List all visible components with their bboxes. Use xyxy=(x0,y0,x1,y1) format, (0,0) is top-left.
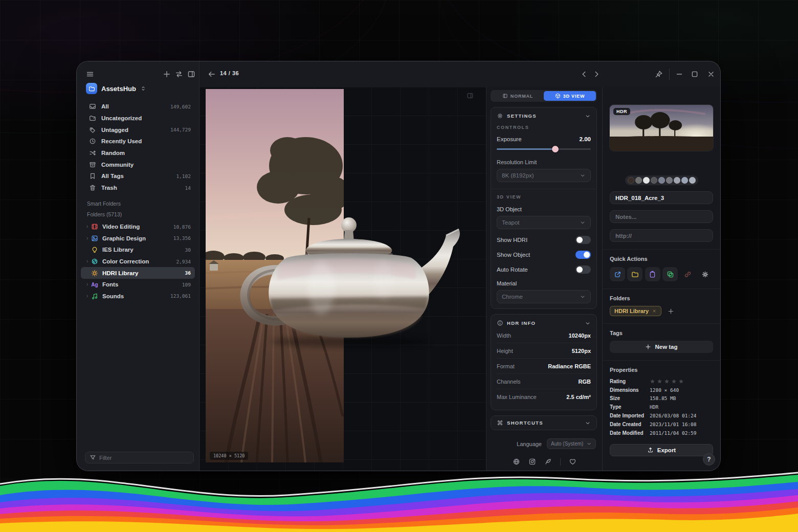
palette-swatch-4[interactable] xyxy=(651,177,657,184)
sort-swap-button[interactable] xyxy=(173,68,185,80)
star-icon[interactable] xyxy=(657,379,662,384)
feather-icon[interactable] xyxy=(544,458,552,465)
settings-header[interactable]: SETTINGS xyxy=(497,113,591,119)
sidebar-item-community[interactable]: Community xyxy=(81,159,195,170)
quick-action-open-external-button[interactable] xyxy=(610,267,625,281)
sidebar-item-random[interactable]: Random xyxy=(81,147,195,159)
minimize-button[interactable] xyxy=(673,68,685,80)
star-icon[interactable] xyxy=(678,379,684,384)
exposure-value: 2.00 xyxy=(580,136,591,142)
next-item-button[interactable] xyxy=(590,68,603,80)
palette-swatch-7[interactable] xyxy=(674,177,680,184)
hdr-info-header[interactable]: HDR INFO xyxy=(497,320,591,326)
slider-knob[interactable] xyxy=(552,146,559,152)
quick-action-duplicate-button[interactable] xyxy=(662,267,678,281)
toggle-show-hdri[interactable] xyxy=(575,236,591,244)
quick-action-clipboard-button[interactable] xyxy=(645,267,660,281)
palette-swatch-8[interactable] xyxy=(681,177,688,184)
new-tag-button[interactable]: New tag xyxy=(610,341,713,353)
toggle-knob xyxy=(577,267,583,273)
prev-item-button[interactable] xyxy=(578,68,590,80)
object-dropdown[interactable]: Teapot xyxy=(497,216,591,229)
camera-icon[interactable] xyxy=(528,458,536,465)
tab-3d-view[interactable]: 3D VIEW xyxy=(544,91,596,101)
palette-swatch-3[interactable] xyxy=(643,177,650,184)
exposure-slider[interactable] xyxy=(497,146,591,152)
quick-action-folder-button[interactable] xyxy=(627,267,642,281)
folder-item-video-editing[interactable]: Video Editing10,876 xyxy=(81,221,195,233)
folder-item-hdri-library[interactable]: HDRI Library36 xyxy=(81,267,195,279)
asset-name-input[interactable] xyxy=(610,191,713,204)
filter-input[interactable] xyxy=(99,455,189,461)
open-external-icon xyxy=(614,271,622,278)
palette-swatch-5[interactable] xyxy=(658,177,665,184)
export-button[interactable]: Export xyxy=(610,444,713,456)
rating-stars[interactable] xyxy=(650,379,684,384)
maximize-icon xyxy=(691,70,699,78)
star-icon[interactable] xyxy=(671,379,677,384)
palette-swatch-6[interactable] xyxy=(666,177,673,184)
star-icon[interactable] xyxy=(650,379,655,384)
toggle-show-object[interactable] xyxy=(575,251,591,259)
toggle-auto-rotate[interactable] xyxy=(575,265,591,274)
expand-chevron-icon[interactable] xyxy=(85,294,91,299)
remove-folder-icon[interactable] xyxy=(652,308,657,314)
folder-item-label: Fonts xyxy=(102,281,182,287)
add-button[interactable] xyxy=(161,68,173,80)
sidebar-item-untagged[interactable]: Untagged144,729 xyxy=(81,124,195,136)
toggle-panel-button[interactable] xyxy=(185,68,197,80)
folder-item-graphic-design[interactable]: Graphic Design13,356 xyxy=(81,233,195,245)
star-icon[interactable] xyxy=(664,379,670,384)
shortcuts-collapse-icon[interactable] xyxy=(585,420,591,426)
hamburger-menu-button[interactable] xyxy=(84,68,96,80)
filter-box[interactable] xyxy=(85,452,194,463)
expand-chevron-icon[interactable] xyxy=(85,259,91,264)
sidebar-item-all-tags[interactable]: All Tags1,102 xyxy=(81,170,195,182)
expand-chevron-icon[interactable] xyxy=(85,236,91,241)
add-folder-icon[interactable] xyxy=(668,308,674,315)
palette-swatch-1[interactable] xyxy=(628,177,634,184)
hdr-info-collapse-icon[interactable] xyxy=(585,320,591,326)
palette-swatch-9[interactable] xyxy=(689,177,696,184)
folder-item-ies-library[interactable]: IES Library30 xyxy=(81,244,195,256)
property-value: 2023/11/01 16:08 xyxy=(650,422,697,427)
url-input[interactable] xyxy=(610,229,713,242)
back-button[interactable] xyxy=(206,68,218,80)
info-value: 2.5 cd/m² xyxy=(566,394,591,400)
palette-swatch-2[interactable] xyxy=(635,177,642,184)
resolution-dropdown[interactable]: 8K (8192px) xyxy=(497,169,591,182)
property-value: 1280 × 640 xyxy=(650,387,679,393)
material-dropdown[interactable]: Chrome xyxy=(497,290,591,303)
folder-item-sounds[interactable]: Sounds123,061 xyxy=(81,291,195,302)
quick-action-settings-button[interactable] xyxy=(698,267,713,281)
folder-item-color-correction[interactable]: Color Correction2,934 xyxy=(81,256,195,268)
close-button[interactable] xyxy=(705,68,717,80)
expand-chevron-icon[interactable] xyxy=(85,282,91,287)
sidebar-item-recently-used[interactable]: Recently Used xyxy=(81,136,195,147)
pin-window-button[interactable] xyxy=(653,68,665,80)
language-dropdown[interactable]: Auto (System) xyxy=(547,438,596,449)
quick-action-link-button[interactable] xyxy=(680,267,696,281)
hdr-thumbnail[interactable]: HDR xyxy=(610,105,713,151)
info-value: 10240px xyxy=(569,332,591,339)
notes-input[interactable] xyxy=(610,210,713,223)
property-row-size: Size158.85 MB xyxy=(610,394,713,403)
sidebar-item-all[interactable]: All149,602 xyxy=(81,101,195,113)
settings-collapse-icon[interactable] xyxy=(585,113,591,119)
folder-chip[interactable]: HDRI Library xyxy=(610,306,661,316)
trash-icon xyxy=(89,184,96,191)
globe-icon[interactable] xyxy=(513,458,520,465)
tab-normal[interactable]: NORMAL xyxy=(492,91,544,101)
expand-chevron-icon[interactable] xyxy=(85,224,91,229)
folder-item-fonts[interactable]: AgFonts109 xyxy=(81,279,195,291)
float-preview-icon[interactable] xyxy=(467,92,474,99)
toggle-knob xyxy=(584,252,590,258)
sidebar-item-uncategorized[interactable]: Uncategorized xyxy=(81,113,195,124)
shortcuts-header[interactable]: SHORTCUTS xyxy=(497,419,591,426)
preview-canvas[interactable]: 10240 × 5120 xyxy=(199,87,486,471)
maximize-button[interactable] xyxy=(689,68,701,80)
help-button[interactable]: ? xyxy=(703,453,715,465)
teapot-3d-render[interactable] xyxy=(230,198,465,352)
sidebar-item-trash[interactable]: Trash14 xyxy=(81,182,195,194)
heart-icon[interactable] xyxy=(569,458,577,465)
